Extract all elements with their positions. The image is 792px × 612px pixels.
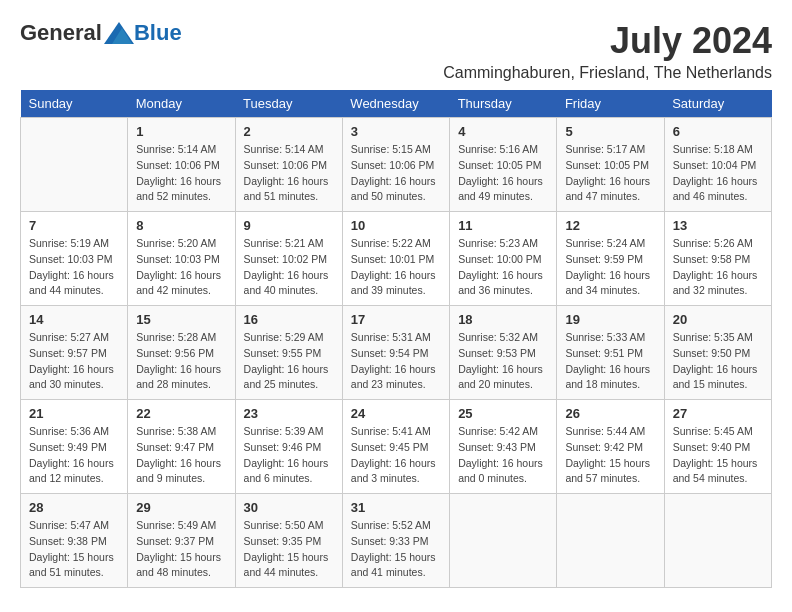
calendar-cell: 28Sunrise: 5:47 AMSunset: 9:38 PMDayligh… [21,494,128,588]
day-number: 4 [458,124,548,139]
calendar-week-row: 14Sunrise: 5:27 AMSunset: 9:57 PMDayligh… [21,306,772,400]
day-info: Sunrise: 5:19 AMSunset: 10:03 PMDaylight… [29,236,119,299]
calendar-cell: 9Sunrise: 5:21 AMSunset: 10:02 PMDayligh… [235,212,342,306]
day-number: 17 [351,312,441,327]
calendar-cell: 31Sunrise: 5:52 AMSunset: 9:33 PMDayligh… [342,494,449,588]
calendar-cell: 19Sunrise: 5:33 AMSunset: 9:51 PMDayligh… [557,306,664,400]
calendar-cell [450,494,557,588]
calendar-cell: 6Sunrise: 5:18 AMSunset: 10:04 PMDayligh… [664,118,771,212]
day-info: Sunrise: 5:49 AMSunset: 9:37 PMDaylight:… [136,518,226,581]
day-info: Sunrise: 5:41 AMSunset: 9:45 PMDaylight:… [351,424,441,487]
day-number: 19 [565,312,655,327]
calendar-cell: 7Sunrise: 5:19 AMSunset: 10:03 PMDayligh… [21,212,128,306]
column-header-monday: Monday [128,90,235,118]
day-number: 8 [136,218,226,233]
day-info: Sunrise: 5:47 AMSunset: 9:38 PMDaylight:… [29,518,119,581]
day-number: 26 [565,406,655,421]
day-number: 31 [351,500,441,515]
day-info: Sunrise: 5:31 AMSunset: 9:54 PMDaylight:… [351,330,441,393]
day-info: Sunrise: 5:22 AMSunset: 10:01 PMDaylight… [351,236,441,299]
day-info: Sunrise: 5:52 AMSunset: 9:33 PMDaylight:… [351,518,441,581]
day-info: Sunrise: 5:21 AMSunset: 10:02 PMDaylight… [244,236,334,299]
day-number: 5 [565,124,655,139]
logo: General Blue [20,20,182,46]
calendar-cell: 12Sunrise: 5:24 AMSunset: 9:59 PMDayligh… [557,212,664,306]
day-number: 23 [244,406,334,421]
calendar-cell [664,494,771,588]
day-info: Sunrise: 5:24 AMSunset: 9:59 PMDaylight:… [565,236,655,299]
day-info: Sunrise: 5:23 AMSunset: 10:00 PMDaylight… [458,236,548,299]
day-info: Sunrise: 5:26 AMSunset: 9:58 PMDaylight:… [673,236,763,299]
day-number: 16 [244,312,334,327]
day-info: Sunrise: 5:28 AMSunset: 9:56 PMDaylight:… [136,330,226,393]
day-number: 2 [244,124,334,139]
logo-general-text: General [20,20,102,46]
calendar-cell: 5Sunrise: 5:17 AMSunset: 10:05 PMDayligh… [557,118,664,212]
day-info: Sunrise: 5:44 AMSunset: 9:42 PMDaylight:… [565,424,655,487]
day-number: 9 [244,218,334,233]
calendar-week-row: 28Sunrise: 5:47 AMSunset: 9:38 PMDayligh… [21,494,772,588]
calendar-cell: 15Sunrise: 5:28 AMSunset: 9:56 PMDayligh… [128,306,235,400]
calendar-cell: 21Sunrise: 5:36 AMSunset: 9:49 PMDayligh… [21,400,128,494]
day-number: 13 [673,218,763,233]
calendar-cell: 17Sunrise: 5:31 AMSunset: 9:54 PMDayligh… [342,306,449,400]
calendar-cell: 29Sunrise: 5:49 AMSunset: 9:37 PMDayligh… [128,494,235,588]
calendar-cell: 26Sunrise: 5:44 AMSunset: 9:42 PMDayligh… [557,400,664,494]
column-header-tuesday: Tuesday [235,90,342,118]
day-info: Sunrise: 5:20 AMSunset: 10:03 PMDaylight… [136,236,226,299]
day-info: Sunrise: 5:42 AMSunset: 9:43 PMDaylight:… [458,424,548,487]
day-number: 22 [136,406,226,421]
calendar-cell: 3Sunrise: 5:15 AMSunset: 10:06 PMDayligh… [342,118,449,212]
day-info: Sunrise: 5:17 AMSunset: 10:05 PMDaylight… [565,142,655,205]
month-year: July 2024 [443,20,772,62]
day-number: 21 [29,406,119,421]
calendar-cell: 8Sunrise: 5:20 AMSunset: 10:03 PMDayligh… [128,212,235,306]
day-number: 30 [244,500,334,515]
calendar-week-row: 7Sunrise: 5:19 AMSunset: 10:03 PMDayligh… [21,212,772,306]
day-number: 25 [458,406,548,421]
day-number: 29 [136,500,226,515]
day-number: 1 [136,124,226,139]
calendar-header-row: SundayMondayTuesdayWednesdayThursdayFrid… [21,90,772,118]
day-number: 12 [565,218,655,233]
calendar-cell: 27Sunrise: 5:45 AMSunset: 9:40 PMDayligh… [664,400,771,494]
day-number: 18 [458,312,548,327]
day-number: 3 [351,124,441,139]
day-number: 7 [29,218,119,233]
calendar-cell: 2Sunrise: 5:14 AMSunset: 10:06 PMDayligh… [235,118,342,212]
column-header-sunday: Sunday [21,90,128,118]
day-number: 6 [673,124,763,139]
day-info: Sunrise: 5:15 AMSunset: 10:06 PMDaylight… [351,142,441,205]
calendar-week-row: 21Sunrise: 5:36 AMSunset: 9:49 PMDayligh… [21,400,772,494]
logo-icon [104,22,134,44]
calendar-cell [557,494,664,588]
logo-blue-text: Blue [134,20,182,46]
column-header-friday: Friday [557,90,664,118]
calendar-cell: 23Sunrise: 5:39 AMSunset: 9:46 PMDayligh… [235,400,342,494]
day-info: Sunrise: 5:14 AMSunset: 10:06 PMDaylight… [136,142,226,205]
calendar-cell: 20Sunrise: 5:35 AMSunset: 9:50 PMDayligh… [664,306,771,400]
header: General Blue July 2024 Camminghaburen, F… [20,20,772,82]
day-info: Sunrise: 5:45 AMSunset: 9:40 PMDaylight:… [673,424,763,487]
calendar-cell: 24Sunrise: 5:41 AMSunset: 9:45 PMDayligh… [342,400,449,494]
day-number: 14 [29,312,119,327]
day-number: 24 [351,406,441,421]
day-info: Sunrise: 5:14 AMSunset: 10:06 PMDaylight… [244,142,334,205]
calendar-cell: 22Sunrise: 5:38 AMSunset: 9:47 PMDayligh… [128,400,235,494]
column-header-saturday: Saturday [664,90,771,118]
day-info: Sunrise: 5:16 AMSunset: 10:05 PMDaylight… [458,142,548,205]
day-number: 28 [29,500,119,515]
day-info: Sunrise: 5:29 AMSunset: 9:55 PMDaylight:… [244,330,334,393]
day-info: Sunrise: 5:27 AMSunset: 9:57 PMDaylight:… [29,330,119,393]
day-number: 27 [673,406,763,421]
calendar-cell [21,118,128,212]
day-info: Sunrise: 5:39 AMSunset: 9:46 PMDaylight:… [244,424,334,487]
column-header-thursday: Thursday [450,90,557,118]
day-info: Sunrise: 5:50 AMSunset: 9:35 PMDaylight:… [244,518,334,581]
calendar-cell: 25Sunrise: 5:42 AMSunset: 9:43 PMDayligh… [450,400,557,494]
day-info: Sunrise: 5:36 AMSunset: 9:49 PMDaylight:… [29,424,119,487]
location: Camminghaburen, Friesland, The Netherlan… [443,64,772,82]
calendar-week-row: 1Sunrise: 5:14 AMSunset: 10:06 PMDayligh… [21,118,772,212]
day-info: Sunrise: 5:32 AMSunset: 9:53 PMDaylight:… [458,330,548,393]
day-info: Sunrise: 5:33 AMSunset: 9:51 PMDaylight:… [565,330,655,393]
